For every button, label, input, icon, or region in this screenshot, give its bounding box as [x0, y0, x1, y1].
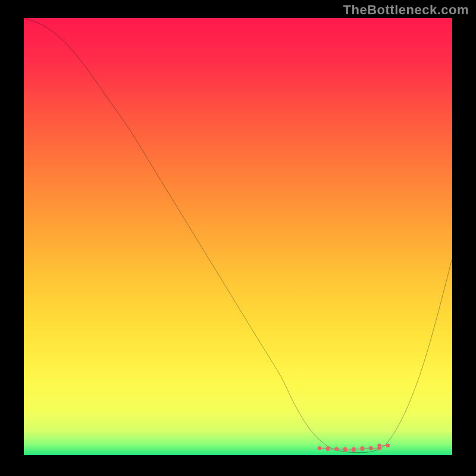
curve-layer — [24, 18, 452, 455]
plot-area — [24, 18, 452, 455]
svg-point-23 — [377, 444, 381, 448]
chart-frame: TheBottleneck.com — [0, 0, 476, 476]
watermark-text: TheBottleneck.com — [343, 2, 469, 18]
svg-point-24 — [386, 444, 390, 448]
svg-point-17 — [361, 446, 364, 450]
svg-point-14 — [352, 447, 355, 451]
svg-point-20 — [369, 446, 372, 450]
flat-bottom-markers — [318, 444, 390, 452]
svg-point-2 — [318, 446, 321, 450]
bottleneck-curve — [24, 18, 452, 453]
svg-point-8 — [334, 447, 338, 451]
svg-point-5 — [326, 447, 330, 451]
svg-point-11 — [343, 448, 347, 452]
